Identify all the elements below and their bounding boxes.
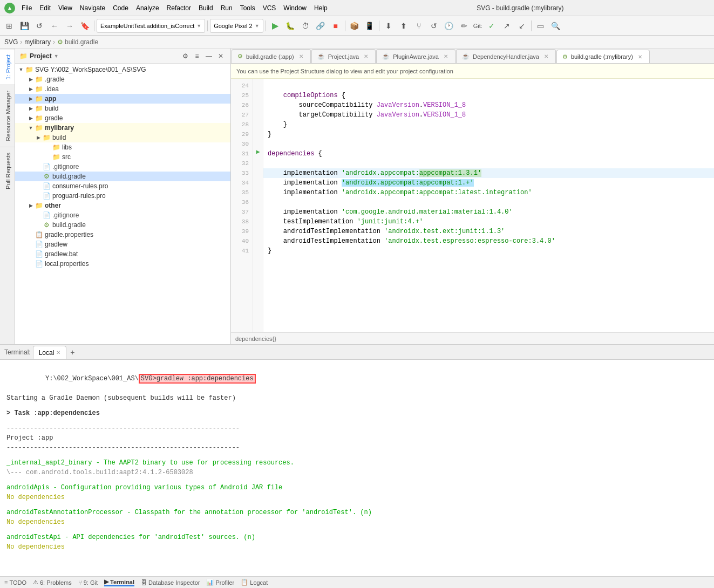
tree-item-mylibrary[interactable]: ▼ 📁 mylibrary	[15, 123, 230, 133]
menu-build[interactable]: Build	[195, 3, 216, 13]
tree-item-gradlew[interactable]: 📄 gradlew	[15, 240, 230, 249]
run-config-dropdown[interactable]: ExampleUnitTest.addition_isCorrect ▼	[97, 19, 205, 33]
tree-item-app[interactable]: ▶ 📁 app	[15, 94, 230, 104]
sidebar-tab-pull-requests[interactable]: Pull Requests	[0, 147, 15, 195]
menu-window[interactable]: Window	[280, 3, 310, 13]
tree-item-other-gitignore[interactable]: 📄 .gitignore	[15, 210, 230, 220]
device-dropdown[interactable]: Google Pixel 2 ▼	[210, 19, 263, 33]
run-button[interactable]: ▶	[268, 19, 282, 33]
toolbar-forward[interactable]: →	[63, 19, 77, 33]
terminal-add-tab[interactable]: +	[66, 346, 78, 358]
menu-vcs[interactable]: VCS	[260, 3, 280, 13]
git-branch[interactable]: ⑂	[412, 19, 426, 33]
tree-item-gradle-properties[interactable]: 📋 gradle.properties	[15, 230, 230, 240]
git-icon: ⑂	[78, 579, 82, 586]
status-logcat[interactable]: 📋 Logcat	[241, 579, 268, 586]
tab-close-build-mylibrary[interactable]: ✕	[636, 53, 644, 60]
terminal-label: Terminal:	[4, 348, 31, 356]
status-profiler[interactable]: 📊 Profiler	[206, 579, 234, 586]
status-database[interactable]: 🗄 Database Inspector	[141, 579, 200, 586]
menu-navigate[interactable]: Navigate	[77, 3, 108, 13]
menu-edit[interactable]: Edit	[36, 3, 54, 13]
status-terminal[interactable]: ▶ Terminal	[104, 578, 134, 586]
folder-icon-gradle-folder: 📁	[35, 114, 43, 122]
tab-close-pluginaware[interactable]: ✕	[442, 53, 450, 60]
tree-item-other-build-gradle[interactable]: ⚙ build.gradle	[15, 220, 230, 230]
breadcrumb-svg[interactable]: SVG	[4, 38, 18, 46]
toolbar-bookmark[interactable]: 🔖	[78, 19, 92, 33]
toolbar-save[interactable]: 💾	[17, 19, 31, 33]
tree-item-build-top[interactable]: ▶ 📁 build	[15, 104, 230, 113]
panel-collapse-btn[interactable]: —	[203, 51, 214, 61]
attach-debugger[interactable]: 🔗	[314, 19, 328, 33]
sidebar-tab-resource-manager[interactable]: Resource Manager	[0, 85, 15, 147]
breadcrumb-build-gradle[interactable]: ⚙ build.gradle	[57, 38, 98, 46]
sidebar-tab-project[interactable]: 1: Project	[0, 49, 15, 85]
tree-item-gitignore-lib[interactable]: 📄 .gitignore	[15, 162, 230, 172]
tree-item-local-properties[interactable]: 📄 local.properties	[15, 259, 230, 269]
tab-dependency-handler[interactable]: ☕ DependencyHandler.java ✕	[456, 49, 556, 63]
panel-settings-btn[interactable]: ⚙	[180, 51, 191, 61]
menu-run[interactable]: Run	[217, 3, 236, 13]
git-arrow-down[interactable]: ↙	[515, 19, 529, 33]
tab-build-mylibrary[interactable]: ⚙ build.gradle (:mylibrary) ✕	[556, 50, 650, 64]
terminal-label-status: Terminal	[110, 579, 134, 585]
terminal-tab-local[interactable]: Local ✕	[33, 346, 67, 359]
status-todo[interactable]: ≡ TODO	[4, 579, 26, 586]
debug-button[interactable]: 🐛	[283, 19, 297, 33]
tree-item-proguard-rules[interactable]: 📄 proguard-rules.pro	[15, 191, 230, 201]
git-push[interactable]: ⬆	[397, 19, 411, 33]
tree-item-consumer-rules[interactable]: 📄 consumer-rules.pro	[15, 181, 230, 191]
terminal-tab-close[interactable]: ✕	[56, 350, 60, 355]
tree-item-gradle-folder[interactable]: ▶ 📁 gradle	[15, 113, 230, 123]
tree-item-libs[interactable]: 📁 libs	[15, 142, 230, 152]
tab-close-dependency-handler[interactable]: ✕	[542, 53, 550, 60]
toolbar-project-view[interactable]: ⊞	[2, 19, 16, 33]
git-rollback[interactable]: ↺	[427, 19, 441, 33]
code-content[interactable]: compileOptions { sourceCompatibility Jav…	[263, 79, 714, 332]
tree-item-svg-root[interactable]: ▼ 📁 SVG Y:\002_WorkSpace\001_AS\SVG	[15, 65, 230, 74]
toolbar-sync[interactable]: ↺	[32, 19, 46, 33]
avd-manager[interactable]: 📱	[363, 19, 377, 33]
fold-dependencies[interactable]: ▶	[253, 147, 263, 156]
status-problems[interactable]: ⚠ 6: Problems	[33, 579, 72, 586]
terminal-panel: Terminal: Local ✕ + Y:\002_WorkSpace\001…	[0, 344, 714, 576]
tree-item-other[interactable]: ▶ 📁 other	[15, 201, 230, 210]
tree-item-idea[interactable]: ▶ 📁 .idea	[15, 84, 230, 94]
panel-close-btn[interactable]: ✕	[215, 51, 226, 61]
tab-build-app[interactable]: ⚙ build.gradle (:app) ✕	[232, 49, 311, 63]
git-fetch[interactable]: ⬇	[382, 19, 396, 33]
tree-item-build-gradle-lib[interactable]: ⚙ build.gradle	[15, 172, 230, 181]
tree-item-build-mylibrary[interactable]: ▶ 📁 build	[15, 133, 230, 142]
profile-button[interactable]: ⏱	[298, 19, 312, 33]
menu-code[interactable]: Code	[110, 3, 132, 13]
tab-close-project-java[interactable]: ✕	[362, 53, 370, 60]
git-arrow-up[interactable]: ↗	[500, 19, 514, 33]
tree-item-src[interactable]: 📁 src	[15, 152, 230, 162]
menu-help[interactable]: Help	[311, 3, 331, 13]
tab-pluginaware[interactable]: ☕ PluginAware.java ✕	[376, 49, 455, 63]
tree-item-gradlew-bat[interactable]: 📄 gradlew.bat	[15, 249, 230, 259]
terminal-content[interactable]: Y:\002_WorkSpace\001_AS\SVG>gradlew :app…	[0, 360, 714, 576]
code-editor[interactable]: 24 25 26 27 28 29 30 31 32 33 34 35 36 3…	[231, 79, 714, 332]
git-annotate[interactable]: ✏	[457, 19, 471, 33]
menu-refactor[interactable]: Refactor	[164, 3, 194, 13]
git-history[interactable]: 🕐	[442, 19, 456, 33]
sdk-manager[interactable]: 📦	[348, 19, 362, 33]
panel-filter-btn[interactable]: ≡	[192, 51, 202, 61]
toolbar-back[interactable]: ←	[47, 19, 62, 33]
git-check[interactable]: ✓	[485, 19, 499, 33]
layout-editor[interactable]: ▭	[534, 19, 548, 33]
search-everywhere[interactable]: 🔍	[549, 19, 563, 33]
menu-file[interactable]: File	[18, 3, 35, 13]
menu-view[interactable]: View	[55, 3, 76, 13]
tab-project-java[interactable]: ☕ Project.java ✕	[311, 49, 376, 63]
tree-item-gradle[interactable]: ▶ 📁 .gradle	[15, 74, 230, 84]
menu-analyze[interactable]: Analyze	[133, 3, 162, 13]
stop-button[interactable]: ■	[329, 19, 343, 33]
file-icon-proguard-rules: 📄	[42, 192, 51, 200]
tab-close-build-app[interactable]: ✕	[297, 53, 305, 60]
status-git[interactable]: ⑂ 9: Git	[78, 579, 98, 586]
menu-tools[interactable]: Tools	[237, 3, 259, 13]
breadcrumb-mylibrary[interactable]: mylibrary	[24, 38, 51, 46]
